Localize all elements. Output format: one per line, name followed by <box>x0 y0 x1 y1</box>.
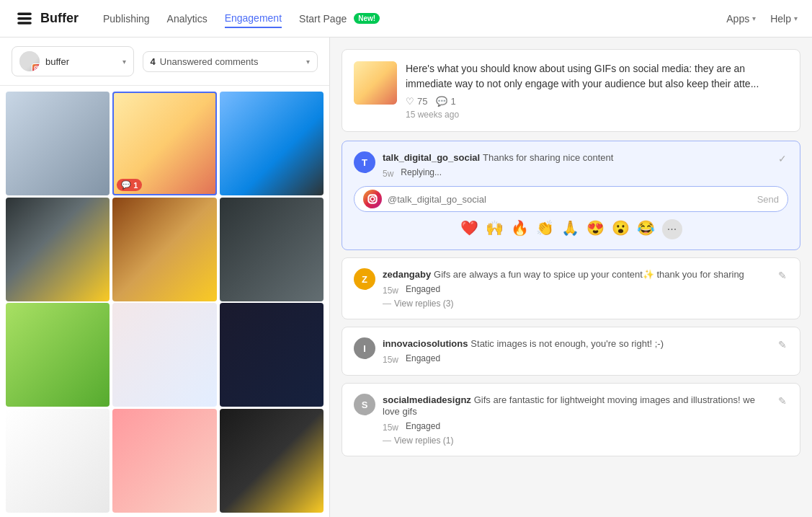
grid-item-8[interactable] <box>112 303 216 407</box>
grid-item-12[interactable] <box>220 409 324 513</box>
comment-badge-count: 1 <box>133 181 138 190</box>
grid-item-9[interactable] <box>220 303 324 407</box>
comments-count: 1 <box>450 96 455 107</box>
instagram-badge-icon <box>32 63 40 71</box>
time-status-row-1: 5w Replying... <box>383 166 769 179</box>
comment-header-4: S socialmediadesignz Gifs are fantastic … <box>354 394 788 446</box>
emoji-fire[interactable]: 🔥 <box>511 219 529 239</box>
filter-chevron-icon: ▾ <box>306 58 310 66</box>
filter-selector[interactable]: 4 Unanswered comments ▾ <box>143 51 318 72</box>
nav-help-dropdown[interactable]: Help ▾ <box>770 13 798 25</box>
main-layout: buffer ▾ 4 Unanswered comments ▾ 💬 1 <box>0 37 812 517</box>
comment-badge: 💬 1 <box>117 179 142 191</box>
comment-meta-4: socialmediadesignz Gifs are fantastic fo… <box>383 394 769 446</box>
help-chevron-icon: ▾ <box>794 14 798 22</box>
account-avatar <box>19 51 40 71</box>
nav-analytics[interactable]: Analytics <box>167 10 208 27</box>
comment-card-1: T talk_digital_go_social Thanks for shar… <box>342 141 800 250</box>
account-name: buffer <box>45 56 69 67</box>
svg-point-7 <box>370 197 375 201</box>
comment-author-3: innovaciosolutions <box>383 338 468 349</box>
view-replies-2[interactable]: — View replies (3) <box>383 299 769 309</box>
comment-time-3: 15w <box>383 355 398 365</box>
comment-status-2: Engaged <box>406 284 440 294</box>
comment-header-2: Z zedangaby Gifs are always a fun way to… <box>354 268 788 309</box>
comment-icon: 💬 <box>436 96 447 107</box>
buffer-logo-icon <box>14 9 35 29</box>
post-thumbnail <box>354 61 397 105</box>
grid-item-2[interactable]: 💬 1 <box>112 92 216 195</box>
emoji-joy[interactable]: 😂 <box>637 219 655 239</box>
emoji-surprised[interactable]: 😮 <box>612 219 630 239</box>
nav-engagement[interactable]: Engagement <box>225 9 282 28</box>
post-stats: ♡ 75 💬 1 <box>406 96 788 107</box>
grid-item-6[interactable] <box>220 198 324 301</box>
emoji-clap[interactable]: 👏 <box>536 219 554 239</box>
comment-edit-icon-4[interactable]: ✎ <box>777 394 788 408</box>
comment-card-2: Z zedangaby Gifs are always a fun way to… <box>342 257 800 319</box>
nav-start-page[interactable]: Start Page New! <box>299 10 380 27</box>
time-status-row-2: 15w Engaged <box>383 283 769 296</box>
comment-avatar-3: I <box>354 337 375 359</box>
comment-card-3: I innovaciosolutions Static images is no… <box>342 327 800 376</box>
comment-meta-1: talk_digital_go_social Thanks for sharin… <box>383 151 769 179</box>
time-status-row-4: 15w Engaged <box>383 420 769 433</box>
account-chevron-icon: ▾ <box>122 58 126 66</box>
emoji-heart[interactable]: ❤️ <box>460 219 478 239</box>
send-button[interactable]: Send <box>757 194 779 205</box>
comment-text-2: Gifs are always a fun way to spice up yo… <box>434 269 744 280</box>
comment-avatar-4: S <box>354 394 375 415</box>
nav-apps-dropdown[interactable]: Apps ▾ <box>726 13 756 25</box>
heart-icon: ♡ <box>406 96 414 107</box>
grid-item-7[interactable] <box>6 303 110 407</box>
reply-input-field[interactable] <box>388 194 751 205</box>
svg-point-8 <box>374 195 375 197</box>
comment-status-1: Replying... <box>401 167 442 177</box>
filter-label: Unanswered comments <box>160 56 259 67</box>
svg-rect-2 <box>17 22 32 25</box>
filter-count: 4 <box>151 56 156 67</box>
grid-item-5[interactable] <box>112 198 216 301</box>
comment-author-4: socialmediadesignz <box>383 394 471 405</box>
svg-point-4 <box>35 67 37 69</box>
comment-time-2: 15w <box>383 286 398 296</box>
comment-header-1: T talk_digital_go_social Thanks for shar… <box>354 151 788 179</box>
nav-right-group: Apps ▾ Help ▾ <box>726 13 798 25</box>
grid-item-3[interactable] <box>220 92 324 195</box>
reply-avatar <box>363 190 382 208</box>
grid-item-4[interactable] <box>6 198 110 301</box>
buffer-logo[interactable]: Buffer <box>14 9 79 29</box>
comment-author-2: zedangaby <box>383 269 431 280</box>
post-content: Here's what you should know about using … <box>406 61 788 120</box>
emoji-raising-hands[interactable]: 🙌 <box>486 219 504 239</box>
grid-item-11[interactable] <box>112 409 216 513</box>
post-text: Here's what you should know about using … <box>406 61 788 92</box>
image-grid: 💬 1 <box>0 86 329 517</box>
comment-avatar-1: T <box>354 151 375 173</box>
reply-input-container: Send <box>354 186 788 212</box>
comment-status-4: Engaged <box>406 421 440 431</box>
emoji-heart-eyes[interactable]: 😍 <box>586 219 604 239</box>
comment-header-3: I innovaciosolutions Static images is no… <box>354 337 788 365</box>
comment-edit-icon-1[interactable]: ✓ <box>777 151 788 166</box>
account-selector[interactable]: buffer ▾ <box>12 46 134 76</box>
grid-item-10[interactable] <box>6 409 110 513</box>
comment-time-4: 15w <box>383 423 398 433</box>
post-comments-stat: 💬 1 <box>436 96 455 107</box>
comment-badge-icon: 💬 <box>121 180 131 190</box>
post-likes-stat: ♡ 75 <box>406 96 427 107</box>
svg-rect-0 <box>17 12 32 15</box>
emoji-pray[interactable]: 🙏 <box>561 219 579 239</box>
likes-count: 75 <box>417 96 427 107</box>
comment-edit-icon-2[interactable]: ✎ <box>777 268 788 283</box>
view-replies-label-4: View replies (1) <box>394 436 453 446</box>
comment-edit-icon-3[interactable]: ✎ <box>777 337 788 352</box>
view-replies-4[interactable]: — View replies (1) <box>383 436 769 446</box>
apps-chevron-icon: ▾ <box>752 14 756 22</box>
comment-text-3: Static images is not enough, you're so r… <box>470 338 664 349</box>
emoji-more-button[interactable]: ··· <box>662 219 682 239</box>
time-status-row-3: 15w Engaged <box>383 352 769 365</box>
post-card: Here's what you should know about using … <box>342 49 800 132</box>
grid-item-1[interactable] <box>6 92 110 195</box>
nav-publishing[interactable]: Publishing <box>103 10 150 27</box>
